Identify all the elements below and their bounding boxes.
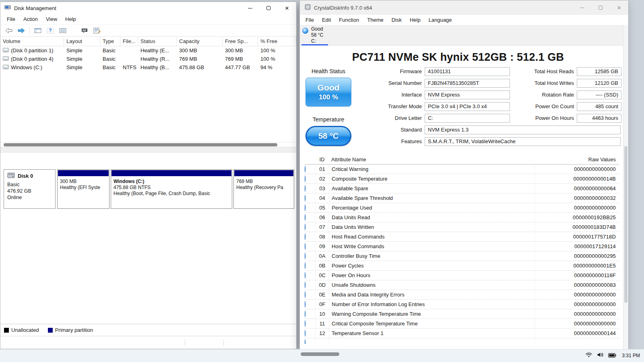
back-icon[interactable] [4, 26, 13, 35]
smart-row[interactable]: 02 Composite Temperature 0000000000014B [305, 174, 619, 184]
column-header[interactable]: Status [138, 37, 177, 46]
smart-row[interactable]: 12 Temperature Sensor 1 00000000000144 [305, 329, 619, 338]
battery-icon[interactable] [608, 352, 616, 359]
wifi-icon[interactable] [585, 352, 592, 359]
info-label: Interface [376, 90, 425, 99]
scrollbar-thumb[interactable] [4, 143, 277, 146]
scrollbar-thumb[interactable] [624, 146, 627, 303]
close-icon: ✕ [285, 6, 289, 11]
menu-item[interactable]: Language [425, 15, 456, 25]
smart-row[interactable]: 03 Available Spare 00000000000064 [305, 184, 619, 193]
partition-color-bar [111, 170, 231, 176]
partition-recovery[interactable]: 769 MB Healthy (Recovery Pa [233, 169, 294, 209]
smart-row[interactable]: 0D Unsafe Shutdowns 00000000000083 [305, 280, 619, 290]
pane-splitter[interactable] [0, 147, 296, 152]
status-orb-icon [305, 253, 305, 259]
volume-row[interactable]: (Disk 0 partition 4) Simple Basic Health… [0, 55, 296, 63]
info-label: Serial Number [376, 79, 425, 88]
volume-row[interactable]: (Disk 0 partition 1) Simple Basic Health… [0, 46, 296, 55]
smart-row[interactable]: 04 Available Spare Threshold 00000000000… [305, 193, 619, 203]
smart-row[interactable]: 11 Critical Composite Temperature Time 0… [305, 319, 619, 329]
smart-row[interactable]: 0C Power On Hours 0000000000116F [305, 271, 619, 280]
menu-item[interactable]: Disk [388, 15, 406, 25]
column-header[interactable]: Free Sp... [223, 37, 258, 46]
menu-item[interactable]: Function [335, 15, 363, 25]
forward-icon[interactable] [17, 26, 26, 35]
smart-row[interactable]: 0E Media and Data Integrity Errors 00000… [305, 290, 619, 300]
smart-row[interactable]: 0F Number of Error Information Log Entri… [305, 300, 619, 309]
status-orb-icon [305, 311, 305, 317]
maximize-button[interactable] [259, 2, 278, 14]
temperature-badge[interactable]: 58 °C [305, 126, 351, 146]
smart-id: 0A [315, 251, 329, 261]
smart-row[interactable]: 0B Power Cycles 000000000001E5 [305, 261, 619, 271]
maximize-button[interactable] [591, 0, 610, 15]
menu-item[interactable]: Help [406, 15, 425, 25]
close-button[interactable]: ✕ [278, 2, 296, 14]
info-label: Features [376, 137, 425, 146]
menu-item[interactable]: Help [61, 14, 80, 25]
menu-item[interactable]: Edit [318, 15, 335, 25]
menu-item[interactable]: Theme [363, 15, 387, 25]
menu-item[interactable]: File [301, 15, 318, 25]
drive-health-orb-icon [302, 28, 308, 34]
show-hide-icon[interactable] [80, 26, 89, 35]
horizontal-scrollbar[interactable] [0, 142, 296, 147]
column-header[interactable]: Type [100, 37, 120, 46]
stats-value: 12120 GB [577, 79, 621, 88]
volume-icon[interactable] [597, 352, 604, 359]
vertical-scrollbar[interactable] [623, 25, 628, 350]
smart-attribute-name: Percentage Used [329, 203, 535, 212]
smart-col-name: Attribute Name [329, 156, 535, 162]
smart-row[interactable]: 08 Host Read Commands 0000001775718D [305, 232, 619, 242]
smart-row[interactable]: 0A Controller Busy Time 00000000000295 [305, 251, 619, 261]
stats-row: Power On Hours 4463 hours [524, 114, 621, 123]
minimize-button[interactable] [241, 2, 259, 14]
menu-item[interactable]: View [42, 14, 61, 25]
dm-titlebar: Disk Management ✕ [0, 2, 296, 14]
taskbar-clock[interactable]: 3:31 PM [621, 353, 640, 358]
partition-size: 475.88 GB NTFS [114, 185, 229, 191]
column-header[interactable]: File... [120, 37, 138, 46]
disk0-info-box[interactable]: Disk 0 Basic 476.92 GB Online [4, 169, 56, 209]
close-icon: ✕ [617, 5, 621, 10]
partition-windows-c[interactable]: Windows (C:) 475.88 GB NTFS Healthy (Boo… [111, 169, 232, 209]
smart-row[interactable]: 06 Data Units Read 0000000192BB25 [305, 213, 619, 222]
status-orb-icon [305, 330, 305, 337]
volume-row[interactable]: Windows (C:) Simple Basic NTFS Healthy (… [0, 63, 296, 72]
stats-row: Power On Count 485 count [524, 102, 621, 111]
volume-filesystem: NTFS [120, 64, 138, 70]
column-header[interactable]: % Free [258, 37, 296, 46]
column-header[interactable]: Layout [64, 37, 100, 46]
cdi-horizontal-scrollbar-thumb[interactable] [301, 352, 339, 356]
drive-tab-c[interactable]: Good 58 °C C: [301, 26, 328, 45]
export-list-icon[interactable] [58, 26, 67, 35]
column-header[interactable]: Capacity [177, 37, 223, 46]
partition-efi[interactable]: 300 MB Healthy (EFI Syste [57, 169, 109, 209]
dm-menubar: FileActionViewHelp [0, 14, 296, 25]
crystaldiskinfo-window: CrystalDiskInfo 9.7.0 x64 ✕ FileEditFunc… [299, 0, 629, 350]
smart-row[interactable]: 09 Host Write Commands 00000017129114 [305, 242, 619, 251]
smart-row[interactable]: 01 Critical Warning 00000000000000 [305, 165, 619, 174]
minimize-button[interactable] [573, 0, 591, 15]
smart-attribute-name: Temperature Sensor 1 [329, 329, 535, 338]
volume-name: (Disk 0 partition 4) [11, 56, 53, 62]
health-status-button[interactable]: Good 100 % [305, 78, 351, 107]
crystaldiskinfo-app-icon [305, 4, 311, 12]
column-header[interactable]: Volume [0, 37, 64, 46]
menu-item[interactable]: File [3, 14, 19, 25]
close-button[interactable]: ✕ [610, 0, 628, 15]
help-icon[interactable]: ? [46, 26, 55, 35]
smart-row[interactable]: 10 Warning Composite Temperature Time 00… [305, 309, 619, 319]
window-title: Disk Management [14, 5, 56, 11]
partition-color-bar [58, 170, 109, 176]
smart-row[interactable]: 05 Percentage Used 00000000000000 [305, 203, 619, 213]
smart-raw-value: 00000000000000 [535, 203, 619, 212]
properties-icon[interactable] [93, 26, 101, 35]
status-orb-icon [305, 243, 305, 250]
console-tree-icon[interactable] [33, 26, 42, 35]
smart-id: 12 [315, 329, 329, 338]
info-label: Firmware [376, 67, 425, 76]
smart-row[interactable]: 07 Data Units Written 0000000183D74B [305, 222, 619, 232]
menu-item[interactable]: Action [19, 14, 42, 25]
